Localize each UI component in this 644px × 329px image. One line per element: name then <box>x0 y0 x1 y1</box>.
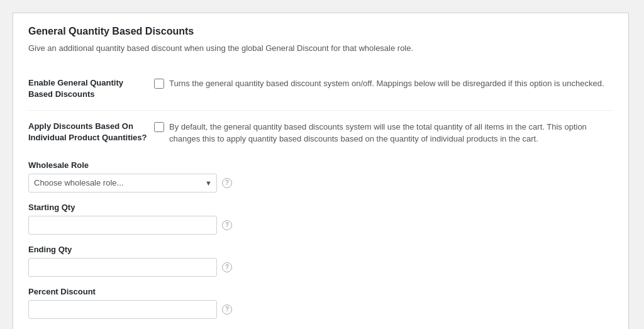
percent-discount-input[interactable] <box>28 300 217 319</box>
wholesale-role-row: Choose wholesale role... ▼ ? <box>28 174 613 192</box>
ending-qty-help-icon: ? <box>222 262 232 272</box>
ending-qty-group: Ending Qty ? <box>28 245 613 277</box>
ending-qty-row: ? <box>28 258 613 277</box>
percent-discount-label: Percent Discount <box>28 287 613 296</box>
wholesale-role-help-icon: ? <box>222 178 232 188</box>
starting-qty-input[interactable] <box>28 216 217 235</box>
individual-checkbox-row: By default, the general quantity based d… <box>154 121 613 145</box>
percent-discount-group: Percent Discount ? <box>28 287 613 319</box>
individual-section-row: Apply Discounts Based On Individual Prod… <box>28 110 613 155</box>
wholesale-role-label: Wholesale Role <box>28 160 613 170</box>
percent-discount-help-icon: ? <box>222 304 232 315</box>
wholesale-role-group: Wholesale Role Choose wholesale role... … <box>28 160 613 192</box>
main-container: General Quantity Based Discounts Give an… <box>13 13 629 329</box>
wholesale-role-select-wrapper: Choose wholesale role... ▼ <box>28 174 217 192</box>
individual-description: By default, the general quantity based d… <box>169 121 613 145</box>
percent-discount-row: ? <box>28 300 613 319</box>
settings-form-table: Enable General Quantity Based Discounts … <box>28 67 613 155</box>
ending-qty-label: Ending Qty <box>28 245 613 254</box>
individual-section-label: Apply Discounts Based On Individual Prod… <box>28 121 147 142</box>
starting-qty-row: ? <box>28 216 613 235</box>
wholesale-role-select[interactable]: Choose wholesale role... <box>28 174 217 192</box>
enable-section-label: Enable General Quantity Based Discounts <box>28 78 123 99</box>
fields-section: Wholesale Role Choose wholesale role... … <box>28 155 613 329</box>
starting-qty-label: Starting Qty <box>28 203 613 212</box>
page-title: General Quantity Based Discounts <box>28 26 613 37</box>
ending-qty-input[interactable] <box>28 258 217 277</box>
enable-checkbox-row: Turns the general quantity based discoun… <box>154 77 613 90</box>
page-description: Give an additional quantity based discou… <box>28 42 613 55</box>
enable-section-row: Enable General Quantity Based Discounts … <box>28 67 613 111</box>
enable-checkbox[interactable] <box>154 79 164 89</box>
individual-checkbox[interactable] <box>154 122 164 132</box>
enable-description: Turns the general quantity based discoun… <box>169 77 604 90</box>
starting-qty-help-icon: ? <box>222 220 232 230</box>
starting-qty-group: Starting Qty ? <box>28 203 613 235</box>
